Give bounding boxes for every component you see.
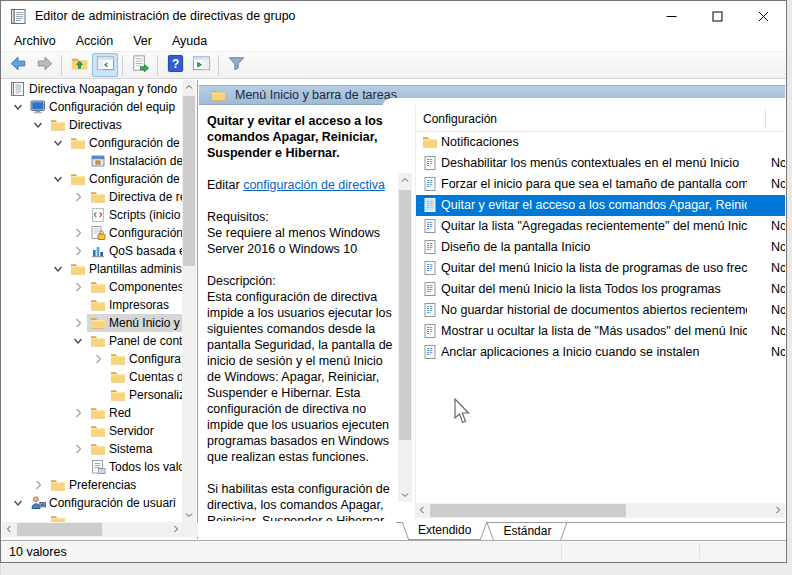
tree-item-todos-los-valo[interactable]: Todos los valo <box>2 458 183 476</box>
tree-vscroll-thumb[interactable] <box>183 96 195 266</box>
tree-item-preferencias[interactable]: Preferencias <box>2 476 183 494</box>
help-button[interactable]: ? <box>162 53 188 77</box>
menu-ayuda[interactable]: Ayuda <box>162 32 217 50</box>
tree-item-directiva-noapagan-y-fondo[interactable]: Directiva Noapagan y fondo <box>2 80 183 98</box>
tree-item-personaliz[interactable]: Personaliz <box>2 386 183 404</box>
tree-item-menu-inicio-y[interactable]: Menú Inicio y <box>2 314 183 332</box>
tree-item-configuracio-n-de-usuari[interactable]: Configuración de usuari <box>2 494 183 512</box>
tab-estandar[interactable]: Estándar <box>487 523 567 541</box>
setting-row[interactable]: Notificaciones <box>416 132 785 153</box>
setting-row[interactable]: Deshabilitar los menús contextuales en e… <box>416 153 785 174</box>
window-title: Editor de administración de directivas d… <box>35 9 648 23</box>
scroll-up-icon[interactable] <box>398 173 412 187</box>
description-vertical-scrollbar[interactable] <box>398 173 412 502</box>
workspace: Directiva Noapagan y fondoConfiguración … <box>2 80 785 539</box>
tree-item-qos-basada-e[interactable]: QoS basada e <box>2 242 183 260</box>
tree-item-instalacio-n-de[interactable]: Instalación de <box>2 152 183 170</box>
setting-row[interactable]: Quitar del menú Inicio la lista de progr… <box>416 258 785 279</box>
tree-item-configuracio-n-del-equip[interactable]: Configuración del equip <box>2 98 183 116</box>
software-icon <box>90 153 106 169</box>
chevron-down-icon[interactable] <box>12 101 24 113</box>
setting-row[interactable]: Quitar la lista "Agregadas recientemente… <box>416 216 785 237</box>
description-scroll-thumb[interactable] <box>399 190 411 440</box>
tree-item-scripts-inicio[interactable]: Scripts (inicio <box>2 206 183 224</box>
chevron-right-icon[interactable] <box>92 353 104 365</box>
close-button[interactable] <box>740 1 786 31</box>
chevron-right-icon[interactable] <box>72 407 84 419</box>
chevron-right-icon[interactable] <box>72 443 84 455</box>
chevron-right-icon[interactable] <box>32 479 44 491</box>
chevron-right-icon[interactable] <box>72 317 84 329</box>
column-configuracion[interactable]: Configuración <box>423 112 497 126</box>
tree-item-servidor[interactable]: Servidor <box>2 422 183 440</box>
chevron-down-icon[interactable] <box>52 137 64 149</box>
scroll-left-icon[interactable] <box>2 522 16 536</box>
chevron-right-icon[interactable] <box>72 281 84 293</box>
tree-item-red[interactable]: Red <box>2 404 183 422</box>
console-tree: Directiva Noapagan y fondoConfiguración … <box>2 80 183 522</box>
tree-item-sistema[interactable]: Sistema <box>2 440 183 458</box>
chevron-down-icon[interactable] <box>52 173 64 185</box>
chevron-right-icon[interactable] <box>72 227 84 239</box>
list-horizontal-scrollbar[interactable] <box>415 503 785 518</box>
setting-row[interactable]: Diseño de la pantalla InicioNc <box>416 237 785 258</box>
setting-name: Forzar el inicio para que sea el tamaño … <box>441 174 747 195</box>
tree-item-cuentas-d[interactable]: Cuentas d <box>2 368 183 386</box>
chevron-down-icon[interactable] <box>32 119 44 131</box>
chevron-down-icon[interactable] <box>12 497 24 509</box>
menu-archivo[interactable]: Archivo <box>4 32 66 50</box>
export-list-button[interactable] <box>127 53 153 77</box>
scroll-down-icon[interactable] <box>398 488 412 502</box>
tree-item-impresoras[interactable]: Impresoras <box>2 296 183 314</box>
toolbar: ? <box>1 51 786 79</box>
setting-row[interactable]: Forzar el inicio para que sea el tamaño … <box>416 174 785 195</box>
menu-accion[interactable]: Acción <box>66 32 124 50</box>
tree-item-configura[interactable]: Configura <box>2 350 183 368</box>
show-console-tree-button[interactable] <box>92 53 118 77</box>
list-hscroll-thumb[interactable] <box>430 504 626 517</box>
chevron-right-icon[interactable] <box>72 245 84 257</box>
filter-button[interactable] <box>223 53 249 77</box>
forward-button[interactable] <box>31 53 57 77</box>
tab-estandar-label: Estándar <box>503 524 551 538</box>
setting-row[interactable]: Anclar aplicaciones a Inicio cuando se i… <box>416 342 785 363</box>
maximize-button[interactable] <box>694 1 740 31</box>
up-one-level-button[interactable] <box>66 53 92 77</box>
chevron-down-icon[interactable] <box>72 335 84 347</box>
setting-row[interactable]: Quitar y evitar el acceso a los comandos… <box>416 195 785 216</box>
tree-item-24[interactable] <box>2 512 183 522</box>
tree-item-panel-de-cont[interactable]: Panel de cont <box>2 332 183 350</box>
minimize-button[interactable] <box>648 1 694 31</box>
setting-row[interactable]: No guardar historial de documentos abier… <box>416 300 785 321</box>
content-header-title: Menú Inicio y barra de tareas <box>235 88 397 102</box>
list-column-header[interactable]: Configuración <box>416 105 785 132</box>
edit-policy-setting-link[interactable]: configuración de directiva <box>243 178 385 192</box>
setting-row[interactable]: Quitar del menú Inicio la lista Todos lo… <box>416 279 785 300</box>
scroll-up-icon[interactable] <box>182 80 196 94</box>
tree-item-configuracio-n[interactable]: Configuración <box>2 224 183 242</box>
tree-item-plantillas-adminis[interactable]: Plantillas adminis <box>2 260 183 278</box>
setting-row[interactable]: Mostrar u ocultar la lista de "Más usado… <box>416 321 785 342</box>
tab-extendido[interactable]: Extendido <box>402 522 487 540</box>
scroll-right-icon[interactable] <box>771 503 785 517</box>
tree-hscroll-thumb[interactable] <box>17 523 102 536</box>
tree-item-directiva-de-re[interactable]: Directiva de re <box>2 188 183 206</box>
chevron-down-icon[interactable] <box>52 263 64 275</box>
column-divider[interactable] <box>765 109 766 128</box>
tree-item-directivas[interactable]: Directivas <box>2 116 183 134</box>
setting-name: Quitar del menú Inicio la lista de progr… <box>441 258 747 279</box>
tree-horizontal-scrollbar[interactable] <box>2 522 183 537</box>
tree-item-label: QoS basada e <box>109 242 183 260</box>
policy-icon <box>422 260 438 276</box>
tree-item-componentes[interactable]: Componentes <box>2 278 183 296</box>
scroll-right-icon[interactable] <box>169 522 183 536</box>
back-button[interactable] <box>5 53 31 77</box>
scroll-down-icon[interactable] <box>182 508 196 522</box>
scroll-left-icon[interactable] <box>415 503 429 517</box>
show-action-pane-button[interactable] <box>188 53 214 77</box>
tree-item-configuracio-n-de[interactable]: Configuración de <box>2 170 183 188</box>
tree-item-configuracio-n-de[interactable]: Configuración de <box>2 134 183 152</box>
menu-ver[interactable]: Ver <box>123 32 162 50</box>
tree-vertical-scrollbar[interactable] <box>182 80 196 522</box>
chevron-right-icon[interactable] <box>72 191 84 203</box>
